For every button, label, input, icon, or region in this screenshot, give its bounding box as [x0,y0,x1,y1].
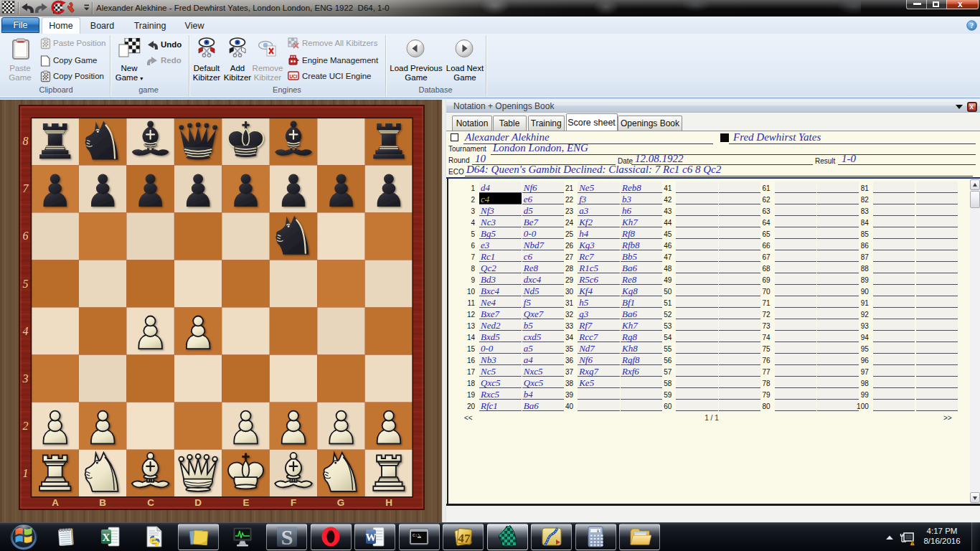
svg-text:D: D [194,497,202,508]
svg-text:H: H [385,497,392,508]
svg-text:8: 8 [597,529,599,534]
svg-text:W: W [365,532,376,543]
svg-text:UCI: UCI [289,74,297,79]
svg-text:?: ? [970,22,974,29]
svg-text:E: E [242,497,249,508]
svg-text:5: 5 [23,278,29,290]
svg-text:6: 6 [23,230,29,242]
svg-text:B: B [99,497,106,508]
svg-text:2: 2 [23,420,29,432]
svg-text:F: F [291,497,296,508]
svg-text:1: 1 [23,467,29,479]
svg-text:G: G [337,497,345,508]
svg-text:3: 3 [22,372,29,385]
svg-text:47: 47 [457,531,471,545]
svg-text:4: 4 [23,325,29,337]
svg-text:A: A [52,497,59,508]
svg-text:X: X [102,532,110,543]
svg-text:8: 8 [23,135,29,147]
svg-text:C: C [147,497,154,508]
svg-text:S: S [281,525,293,548]
svg-text:7: 7 [23,182,29,194]
